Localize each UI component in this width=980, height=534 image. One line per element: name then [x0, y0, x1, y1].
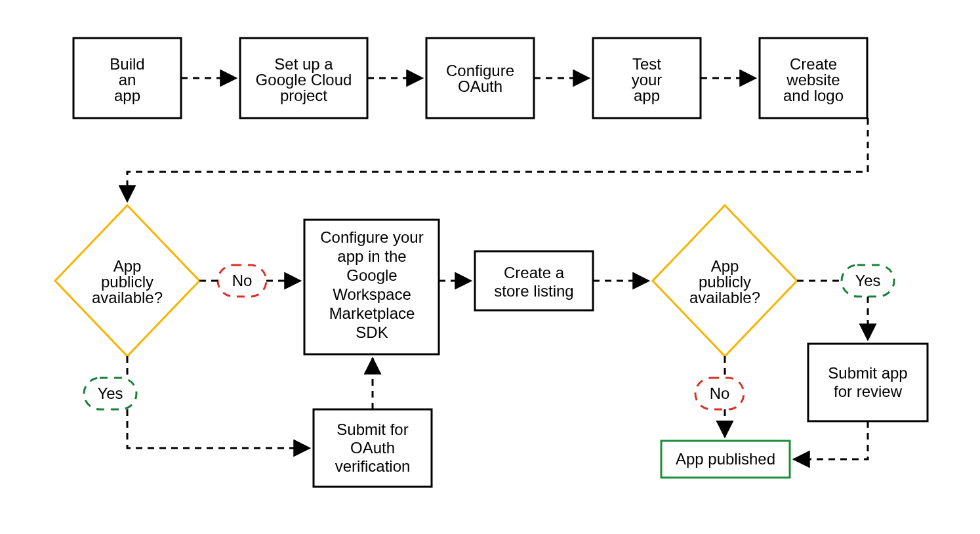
text: SDK	[356, 323, 388, 341]
text: Set up a	[274, 55, 333, 73]
text: App	[711, 257, 739, 275]
flowchart: Build an app Set up a Google Cloud proje…	[0, 0, 980, 534]
text: Yes	[97, 384, 123, 402]
box-configure-oauth: Configure OAuth	[426, 38, 534, 118]
box-submit-review: Submit app for review	[808, 344, 928, 421]
text: Google	[346, 266, 397, 284]
box-configure-sdk: Configure your app in the Google Workspa…	[304, 220, 439, 354]
text: available?	[689, 289, 760, 306]
pill-no-2: No	[695, 378, 744, 409]
text: OAuth	[458, 77, 502, 95]
box-submit-oauth: Submit for OAuth verification	[314, 409, 432, 487]
text: Marketplace	[329, 304, 415, 322]
pill-yes-1: Yes	[84, 378, 136, 409]
box-create-website: Create website and logo	[760, 38, 867, 118]
text: Configure your	[320, 228, 423, 246]
text: No	[232, 272, 253, 289]
text: Submit for	[337, 421, 408, 438]
text: Create a	[504, 264, 565, 281]
text: publicly	[699, 273, 751, 291]
text: No	[710, 384, 730, 402]
text: Test	[632, 55, 661, 73]
box-store-listing: Create a store listing	[475, 251, 593, 310]
text: app	[634, 87, 660, 104]
box-build-app: Build an app	[73, 38, 181, 118]
text: and logo	[783, 87, 844, 104]
text: app	[114, 87, 140, 104]
text: App	[113, 257, 142, 275]
text: publicly	[101, 273, 153, 291]
text: for review	[834, 382, 903, 400]
text: app in the	[337, 247, 406, 265]
text: App published	[676, 450, 775, 468]
box-setup-project: Set up a Google Cloud project	[240, 38, 367, 118]
pill-yes-2: Yes	[842, 265, 894, 297]
text: project	[280, 87, 327, 104]
text: Workspace	[333, 285, 411, 303]
text: available?	[92, 289, 163, 306]
box-test-app: Test your app	[593, 38, 701, 118]
text: your	[632, 71, 663, 89]
text: Configure	[446, 62, 514, 79]
text: Yes	[855, 272, 880, 289]
diamond-publicly-available-1: App publicly available?	[55, 205, 199, 356]
text: Create	[790, 55, 837, 73]
text: Submit app	[828, 364, 907, 382]
arrow	[794, 421, 868, 459]
text: store listing	[494, 282, 573, 300]
text: verification	[335, 457, 411, 475]
text: Google Cloud	[256, 71, 352, 89]
box-app-published: App published	[661, 441, 790, 478]
diamond-publicly-available-2: App publicly available?	[653, 205, 797, 356]
text: website	[786, 71, 840, 89]
pill-no-1: No	[218, 265, 266, 297]
text: Build	[110, 55, 144, 73]
text: OAuth	[350, 439, 395, 457]
text: an	[119, 71, 136, 89]
arrow	[127, 409, 310, 448]
arrow	[127, 118, 868, 201]
